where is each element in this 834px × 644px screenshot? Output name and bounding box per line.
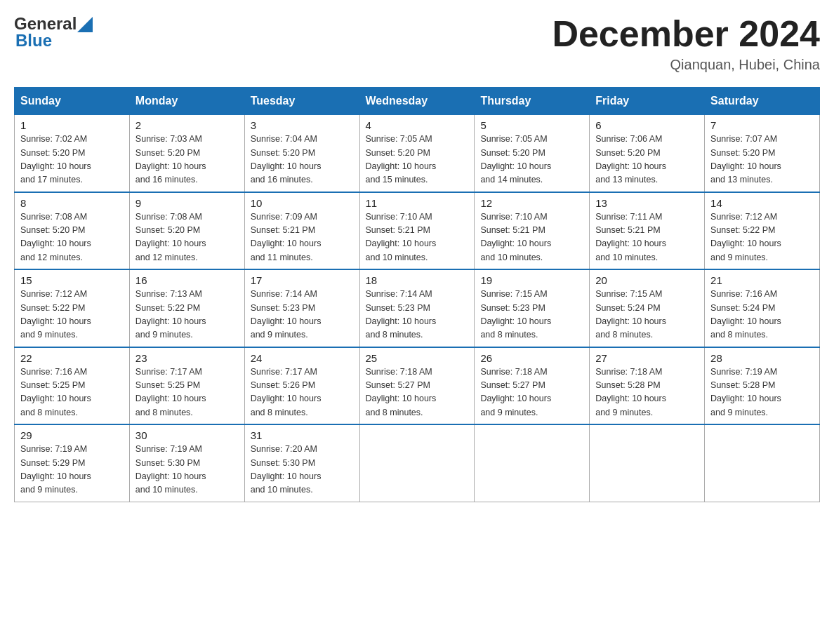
calendar-day-cell: 3 Sunrise: 7:04 AM Sunset: 5:20 PM Dayli… bbox=[244, 115, 359, 192]
calendar-day-cell: 20 Sunrise: 7:15 AM Sunset: 5:24 PM Dayl… bbox=[590, 269, 705, 347]
day-number: 11 bbox=[366, 197, 469, 209]
day-info: Sunrise: 7:05 AM Sunset: 5:20 PM Dayligh… bbox=[480, 133, 583, 187]
day-info: Sunrise: 7:17 AM Sunset: 5:26 PM Dayligh… bbox=[251, 365, 354, 420]
day-info: Sunrise: 7:18 AM Sunset: 5:27 PM Dayligh… bbox=[480, 365, 583, 420]
day-number: 14 bbox=[710, 197, 814, 209]
col-saturday: Saturday bbox=[705, 88, 820, 115]
day-number: 30 bbox=[135, 429, 239, 441]
calendar-day-cell: 2 Sunrise: 7:03 AM Sunset: 5:20 PM Dayli… bbox=[129, 115, 244, 192]
calendar-header-row: Sunday Monday Tuesday Wednesday Thursday… bbox=[15, 88, 820, 115]
day-number: 12 bbox=[480, 197, 583, 209]
day-info: Sunrise: 7:05 AM Sunset: 5:20 PM Dayligh… bbox=[366, 133, 469, 187]
day-number: 9 bbox=[135, 197, 239, 209]
col-sunday: Sunday bbox=[15, 88, 130, 115]
calendar-day-cell: 16 Sunrise: 7:13 AM Sunset: 5:22 PM Dayl… bbox=[129, 269, 244, 347]
day-number: 2 bbox=[135, 119, 239, 131]
calendar-day-cell bbox=[705, 424, 820, 502]
day-info: Sunrise: 7:17 AM Sunset: 5:25 PM Dayligh… bbox=[135, 365, 239, 420]
day-info: Sunrise: 7:08 AM Sunset: 5:20 PM Dayligh… bbox=[135, 210, 239, 265]
day-info: Sunrise: 7:02 AM Sunset: 5:20 PM Dayligh… bbox=[20, 133, 124, 187]
calendar-day-cell: 28 Sunrise: 7:19 AM Sunset: 5:28 PM Dayl… bbox=[705, 347, 820, 425]
day-number: 20 bbox=[595, 274, 699, 286]
calendar-day-cell: 23 Sunrise: 7:17 AM Sunset: 5:25 PM Dayl… bbox=[129, 347, 244, 425]
calendar-day-cell: 13 Sunrise: 7:11 AM Sunset: 5:21 PM Dayl… bbox=[590, 192, 705, 270]
calendar-day-cell: 17 Sunrise: 7:14 AM Sunset: 5:23 PM Dayl… bbox=[244, 269, 359, 347]
calendar-day-cell: 29 Sunrise: 7:19 AM Sunset: 5:29 PM Dayl… bbox=[15, 424, 130, 502]
month-title: December 2024 bbox=[552, 14, 820, 54]
calendar-week-row: 1 Sunrise: 7:02 AM Sunset: 5:20 PM Dayli… bbox=[15, 115, 820, 192]
day-info: Sunrise: 7:19 AM Sunset: 5:30 PM Dayligh… bbox=[135, 443, 239, 497]
calendar-day-cell: 5 Sunrise: 7:05 AM Sunset: 5:20 PM Dayli… bbox=[475, 115, 590, 192]
day-number: 6 bbox=[595, 119, 699, 131]
day-number: 22 bbox=[20, 352, 124, 364]
day-number: 17 bbox=[251, 274, 354, 286]
logo-arrow-icon bbox=[77, 17, 93, 32]
calendar-day-cell: 14 Sunrise: 7:12 AM Sunset: 5:22 PM Dayl… bbox=[705, 192, 820, 270]
day-info: Sunrise: 7:03 AM Sunset: 5:20 PM Dayligh… bbox=[135, 133, 239, 187]
calendar-day-cell: 24 Sunrise: 7:17 AM Sunset: 5:26 PM Dayl… bbox=[244, 347, 359, 425]
day-number: 4 bbox=[366, 119, 469, 131]
calendar-week-row: 15 Sunrise: 7:12 AM Sunset: 5:22 PM Dayl… bbox=[15, 269, 820, 347]
day-number: 28 bbox=[710, 352, 814, 364]
col-tuesday: Tuesday bbox=[244, 88, 359, 115]
calendar-day-cell: 4 Sunrise: 7:05 AM Sunset: 5:20 PM Dayli… bbox=[359, 115, 475, 192]
day-number: 27 bbox=[595, 352, 699, 364]
calendar-day-cell: 18 Sunrise: 7:14 AM Sunset: 5:23 PM Dayl… bbox=[359, 269, 475, 347]
col-monday: Monday bbox=[129, 88, 244, 115]
day-number: 15 bbox=[20, 274, 124, 286]
day-number: 29 bbox=[20, 429, 124, 441]
calendar-day-cell: 22 Sunrise: 7:16 AM Sunset: 5:25 PM Dayl… bbox=[15, 347, 130, 425]
day-info: Sunrise: 7:11 AM Sunset: 5:21 PM Dayligh… bbox=[595, 210, 699, 265]
calendar-day-cell: 27 Sunrise: 7:18 AM Sunset: 5:28 PM Dayl… bbox=[590, 347, 705, 425]
day-info: Sunrise: 7:13 AM Sunset: 5:22 PM Dayligh… bbox=[135, 288, 239, 342]
day-number: 13 bbox=[595, 197, 699, 209]
day-info: Sunrise: 7:08 AM Sunset: 5:20 PM Dayligh… bbox=[20, 210, 124, 265]
col-friday: Friday bbox=[590, 88, 705, 115]
day-info: Sunrise: 7:18 AM Sunset: 5:27 PM Dayligh… bbox=[366, 365, 469, 420]
svg-marker-0 bbox=[77, 17, 93, 32]
calendar-week-row: 29 Sunrise: 7:19 AM Sunset: 5:29 PM Dayl… bbox=[15, 424, 820, 502]
day-number: 25 bbox=[366, 352, 469, 364]
page-header: General Blue December 2024 Qianquan, Hub… bbox=[14, 14, 820, 73]
calendar-day-cell: 21 Sunrise: 7:16 AM Sunset: 5:24 PM Dayl… bbox=[705, 269, 820, 347]
day-info: Sunrise: 7:10 AM Sunset: 5:21 PM Dayligh… bbox=[480, 210, 583, 265]
day-info: Sunrise: 7:14 AM Sunset: 5:23 PM Dayligh… bbox=[251, 288, 354, 342]
calendar-day-cell: 31 Sunrise: 7:20 AM Sunset: 5:30 PM Dayl… bbox=[244, 424, 359, 502]
day-info: Sunrise: 7:16 AM Sunset: 5:24 PM Dayligh… bbox=[710, 288, 814, 342]
calendar-day-cell: 15 Sunrise: 7:12 AM Sunset: 5:22 PM Dayl… bbox=[15, 269, 130, 347]
calendar-day-cell bbox=[590, 424, 705, 502]
day-number: 23 bbox=[135, 352, 239, 364]
calendar-day-cell: 8 Sunrise: 7:08 AM Sunset: 5:20 PM Dayli… bbox=[15, 192, 130, 270]
calendar-week-row: 22 Sunrise: 7:16 AM Sunset: 5:25 PM Dayl… bbox=[15, 347, 820, 425]
calendar-day-cell: 9 Sunrise: 7:08 AM Sunset: 5:20 PM Dayli… bbox=[129, 192, 244, 270]
day-info: Sunrise: 7:06 AM Sunset: 5:20 PM Dayligh… bbox=[595, 133, 699, 187]
location-text: Qianquan, Hubei, China bbox=[552, 57, 820, 73]
day-number: 1 bbox=[20, 119, 124, 131]
day-number: 31 bbox=[251, 429, 354, 441]
day-number: 24 bbox=[251, 352, 354, 364]
calendar-day-cell: 12 Sunrise: 7:10 AM Sunset: 5:21 PM Dayl… bbox=[475, 192, 590, 270]
day-info: Sunrise: 7:19 AM Sunset: 5:29 PM Dayligh… bbox=[20, 443, 124, 497]
day-number: 19 bbox=[480, 274, 583, 286]
day-info: Sunrise: 7:15 AM Sunset: 5:23 PM Dayligh… bbox=[480, 288, 583, 342]
day-number: 21 bbox=[710, 274, 814, 286]
day-info: Sunrise: 7:15 AM Sunset: 5:24 PM Dayligh… bbox=[595, 288, 699, 342]
day-info: Sunrise: 7:07 AM Sunset: 5:20 PM Dayligh… bbox=[710, 133, 814, 187]
calendar-day-cell: 10 Sunrise: 7:09 AM Sunset: 5:21 PM Dayl… bbox=[244, 192, 359, 270]
day-info: Sunrise: 7:12 AM Sunset: 5:22 PM Dayligh… bbox=[20, 288, 124, 342]
day-info: Sunrise: 7:10 AM Sunset: 5:21 PM Dayligh… bbox=[366, 210, 469, 265]
day-info: Sunrise: 7:19 AM Sunset: 5:28 PM Dayligh… bbox=[710, 365, 814, 420]
day-info: Sunrise: 7:04 AM Sunset: 5:20 PM Dayligh… bbox=[251, 133, 354, 187]
calendar-day-cell: 25 Sunrise: 7:18 AM Sunset: 5:27 PM Dayl… bbox=[359, 347, 475, 425]
day-info: Sunrise: 7:20 AM Sunset: 5:30 PM Dayligh… bbox=[251, 443, 354, 497]
logo-blue-text: Blue bbox=[15, 31, 52, 51]
day-info: Sunrise: 7:09 AM Sunset: 5:21 PM Dayligh… bbox=[251, 210, 354, 265]
col-thursday: Thursday bbox=[475, 88, 590, 115]
day-number: 5 bbox=[480, 119, 583, 131]
day-number: 26 bbox=[480, 352, 583, 364]
day-info: Sunrise: 7:16 AM Sunset: 5:25 PM Dayligh… bbox=[20, 365, 124, 420]
title-block: December 2024 Qianquan, Hubei, China bbox=[552, 14, 820, 73]
day-number: 10 bbox=[251, 197, 354, 209]
logo: General Blue bbox=[14, 14, 93, 51]
calendar-week-row: 8 Sunrise: 7:08 AM Sunset: 5:20 PM Dayli… bbox=[15, 192, 820, 270]
